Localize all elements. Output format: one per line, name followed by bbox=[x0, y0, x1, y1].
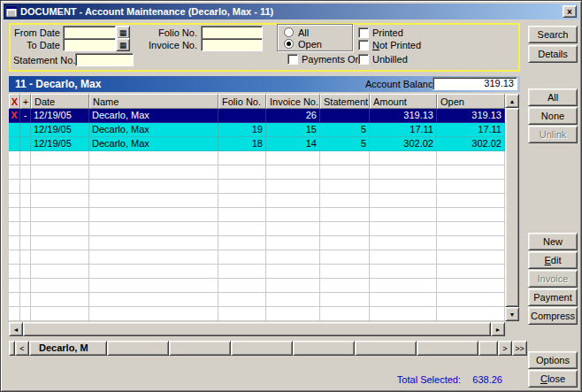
radio-open[interactable] bbox=[284, 39, 294, 49]
cell-x bbox=[9, 307, 20, 321]
cell-name bbox=[89, 265, 218, 279]
cell-date bbox=[31, 236, 89, 250]
cell-statement[interactable]: 5 bbox=[320, 123, 370, 137]
cell-date bbox=[31, 165, 89, 180]
cell-x bbox=[9, 236, 20, 250]
to-date-label: To Date bbox=[11, 40, 60, 51]
col-header-statement[interactable]: Statement bbox=[320, 94, 370, 109]
horizontal-scrollbar-thumb[interactable] bbox=[23, 322, 491, 336]
cell-amount bbox=[370, 151, 437, 165]
cell-x bbox=[9, 165, 20, 180]
vertical-scrollbar[interactable]: ▲ ▼ bbox=[505, 94, 519, 321]
tab-prev-button[interactable]: < bbox=[15, 341, 29, 356]
cell-folio[interactable]: 18 bbox=[218, 137, 266, 151]
to-date-calendar-icon[interactable]: ▦ bbox=[116, 38, 130, 51]
col-header-amount[interactable]: Amount bbox=[370, 94, 437, 109]
col-header-plus[interactable]: + bbox=[20, 94, 31, 109]
col-header-folio[interactable]: Folio No. bbox=[218, 94, 266, 109]
from-date-calendar-icon[interactable]: ▦ bbox=[116, 26, 130, 39]
cell-statement bbox=[320, 307, 370, 321]
cell-amount bbox=[370, 194, 437, 208]
col-header-invoice[interactable]: Invoice No. bbox=[266, 94, 320, 109]
options-button[interactable]: Options bbox=[528, 351, 578, 369]
payment-button[interactable]: Payment bbox=[528, 288, 578, 306]
col-header-x[interactable]: X bbox=[9, 94, 20, 109]
cell-x[interactable]: X bbox=[9, 109, 20, 123]
edit-button[interactable]: Edit bbox=[528, 251, 578, 269]
cell-open[interactable]: 302.02 bbox=[437, 137, 505, 151]
titlebar[interactable]: DOCUMENT - Account Maintenance (Decarlo,… bbox=[4, 4, 578, 19]
empty-tab bbox=[107, 341, 169, 356]
cell-x bbox=[9, 279, 20, 293]
scroll-down-icon[interactable]: ▼ bbox=[505, 307, 519, 321]
all-button[interactable]: All bbox=[528, 88, 578, 106]
cell-folio[interactable] bbox=[218, 109, 266, 123]
scroll-left-icon[interactable]: ◄ bbox=[9, 322, 23, 336]
cell-name[interactable]: Decarlo, Max bbox=[89, 109, 218, 123]
cell-date[interactable]: 12/19/05 bbox=[31, 123, 89, 137]
radio-all[interactable] bbox=[284, 27, 294, 37]
unbilled-checkbox[interactable] bbox=[358, 54, 369, 65]
tab-next-button[interactable]: > bbox=[498, 341, 512, 356]
horizontal-scrollbar[interactable]: ◄ ► bbox=[9, 322, 505, 336]
cell-amount[interactable]: 319.13 bbox=[370, 109, 437, 123]
cell-plus[interactable] bbox=[20, 137, 31, 151]
scroll-right-icon[interactable]: ► bbox=[491, 322, 505, 336]
cell-statement[interactable] bbox=[320, 109, 370, 123]
folio-no-input[interactable] bbox=[201, 26, 263, 39]
details-button[interactable]: Details bbox=[528, 45, 578, 63]
cell-statement bbox=[320, 279, 370, 293]
to-date-input[interactable] bbox=[63, 38, 116, 51]
cell-date[interactable]: 12/19/05 bbox=[31, 109, 89, 123]
close-icon[interactable]: × bbox=[563, 5, 577, 18]
cell-plus[interactable]: - bbox=[20, 109, 31, 123]
cell-x bbox=[9, 208, 20, 222]
col-header-open[interactable]: Open bbox=[437, 94, 505, 109]
cell-invoice[interactable]: 26 bbox=[266, 109, 320, 123]
compress-button[interactable]: Compress bbox=[528, 307, 578, 325]
not-printed-checkbox[interactable] bbox=[358, 40, 369, 50]
empty-tab bbox=[355, 341, 417, 356]
cell-name[interactable]: Decarlo, Max bbox=[89, 137, 218, 151]
payments-only-checkbox[interactable] bbox=[287, 54, 298, 65]
cell-folio[interactable]: 19 bbox=[218, 123, 266, 137]
close-button[interactable]: Close bbox=[528, 370, 578, 388]
col-header-date[interactable]: Date bbox=[31, 94, 89, 109]
statement-no-input[interactable] bbox=[75, 53, 134, 66]
cell-amount bbox=[370, 165, 437, 180]
scroll-up-icon[interactable]: ▲ bbox=[505, 94, 519, 108]
cell-open[interactable]: 319.13 bbox=[437, 109, 505, 123]
tab-active[interactable]: Decarlo, M bbox=[29, 341, 107, 356]
cell-invoice[interactable]: 15 bbox=[266, 123, 320, 137]
cell-plus bbox=[20, 250, 31, 265]
cell-x[interactable] bbox=[9, 123, 20, 137]
from-date-label: From Date bbox=[11, 27, 60, 39]
cell-name[interactable]: Decarlo, Max bbox=[89, 123, 218, 137]
printed-checkbox[interactable] bbox=[358, 27, 369, 38]
cell-x[interactable] bbox=[9, 137, 20, 151]
cell-plus[interactable] bbox=[20, 123, 31, 137]
cell-invoice[interactable]: 14 bbox=[266, 137, 320, 151]
table-row[interactable]: 12/19/05Decarlo, Max1915517.1117.11 bbox=[9, 123, 505, 137]
search-button[interactable]: Search bbox=[528, 26, 578, 43]
invoice-no-input[interactable] bbox=[201, 38, 263, 51]
cell-open bbox=[437, 222, 505, 236]
cell-date[interactable]: 12/19/05 bbox=[31, 137, 89, 151]
from-date-input[interactable] bbox=[63, 26, 116, 39]
none-button[interactable]: None bbox=[528, 107, 578, 125]
unlink-button-label: Unlink bbox=[529, 127, 577, 142]
account-title: 11 - Decarlo, Max bbox=[15, 78, 101, 90]
table-row[interactable]: X-12/19/05Decarlo, Max26319.13319.13 bbox=[9, 109, 505, 123]
cell-amount[interactable]: 17.11 bbox=[370, 123, 437, 137]
cell-amount[interactable]: 302.02 bbox=[370, 137, 437, 151]
cell-open[interactable]: 17.11 bbox=[437, 123, 505, 137]
vertical-scrollbar-thumb[interactable] bbox=[505, 108, 519, 307]
folio-no-label: Folio No. bbox=[134, 27, 197, 39]
none-button-label: None bbox=[529, 109, 577, 123]
tab-last-button[interactable]: >> bbox=[512, 341, 527, 356]
table-row[interactable]: 12/19/05Decarlo, Max18145302.02302.02 bbox=[9, 137, 505, 151]
new-button[interactable]: New bbox=[528, 233, 578, 250]
empty-row bbox=[9, 250, 505, 265]
cell-statement[interactable]: 5 bbox=[320, 137, 370, 151]
col-header-name[interactable]: Name bbox=[89, 94, 218, 109]
